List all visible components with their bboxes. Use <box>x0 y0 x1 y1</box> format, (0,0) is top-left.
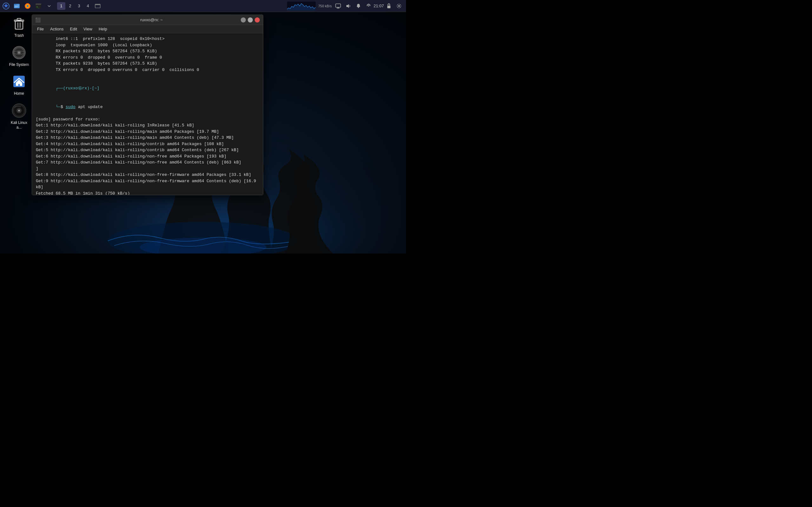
terminal-title-icon: ⬛ <box>35 17 41 22</box>
files-button[interactable] <box>12 1 21 11</box>
prompt-user-host: ┌──(ruxxo㉿rx)-[~] <box>55 86 99 91</box>
workspace-window-icon <box>93 2 102 10</box>
terminal-prompt-line: ┌──(ruxxo㉿rx)-[~] <box>36 79 259 98</box>
taskbar-left: >_ 1 2 3 4 <box>0 1 103 11</box>
taskbar-dropdown-icon[interactable] <box>44 1 54 11</box>
filesystem-icon[interactable]: File System <box>6 45 32 68</box>
svg-point-11 <box>27 5 29 7</box>
svg-rect-8 <box>14 7 18 7</box>
home-icon[interactable]: Home <box>6 74 32 97</box>
lock-icon[interactable] <box>385 2 393 10</box>
svg-point-23 <box>368 5 369 6</box>
svg-rect-21 <box>337 8 340 8</box>
terminal-title: ruxxo@rx: ~ <box>43 17 260 22</box>
terminal-line: TX errors 0 dropped 0 overruns 0 carrier… <box>36 67 259 73</box>
svg-rect-6 <box>14 4 16 5</box>
taskbar-right: 750 kB/s <box>287 2 406 10</box>
terminal-line: Get:4 http://kali.download/kali kali-rol… <box>36 141 259 147</box>
svg-point-35 <box>18 52 20 53</box>
kali-disc-icon[interactable]: Kali Linux a... <box>6 103 32 130</box>
close-button[interactable]: ✕ <box>255 17 260 22</box>
notifications-icon[interactable] <box>355 2 362 10</box>
terminal-line: Fetched 68.5 MB in 1min 31s (750 kB/s) <box>36 190 259 195</box>
svg-rect-16 <box>95 4 100 5</box>
terminal-line: Get:2 http://kali.download/kali kali-rol… <box>36 129 259 135</box>
maximize-button[interactable]: □ <box>248 17 253 22</box>
terminal-line: Get:8 http://kali.download/kali kali-rol… <box>36 172 259 178</box>
terminal-line: Get:6 http://kali.download/kali kali-rol… <box>36 153 259 160</box>
svg-rect-7 <box>14 6 19 6</box>
menu-edit[interactable]: Edit <box>67 26 80 32</box>
display-icon[interactable] <box>334 2 342 10</box>
cmd-sudo: sudo <box>66 105 75 109</box>
svg-rect-13 <box>36 3 41 5</box>
workspace-switcher: 1 2 3 4 <box>57 2 92 10</box>
terminal-line: Get:1 http://kali.download/kali kali-rol… <box>36 122 259 129</box>
svg-rect-28 <box>17 18 21 20</box>
trash-icon-image <box>11 16 27 31</box>
terminal-line: ] <box>36 166 259 172</box>
terminal-line: [sudo] password for ruxxo: <box>36 116 259 123</box>
terminal-line: Get:7 http://kali.download/kali kali-rol… <box>36 159 259 166</box>
filesystem-label: File System <box>8 62 31 68</box>
svg-point-2 <box>108 222 298 253</box>
kali-disc-icon-image <box>11 103 27 118</box>
terminal-cmd-line: └─$ sudo apt update <box>36 98 259 116</box>
workspace-4-button[interactable]: 4 <box>84 2 92 10</box>
svg-point-3 <box>140 238 266 253</box>
workspace-1-button[interactable]: 1 <box>57 2 65 10</box>
minimize-button[interactable]: — <box>241 17 246 22</box>
terminal-taskbar-button[interactable]: >_ <box>34 1 43 11</box>
menu-help[interactable]: Help <box>96 26 110 32</box>
terminal-line: Get:5 http://kali.download/kali kali-rol… <box>36 147 259 153</box>
menu-actions[interactable]: Actions <box>48 26 66 32</box>
terminal-window: ⬛ ruxxo@rx: ~ — □ ✕ File Actions Edit Vi… <box>32 14 263 195</box>
terminal-titlebar: ⬛ ruxxo@rx: ~ — □ ✕ <box>32 15 263 25</box>
window-controls: — □ ✕ <box>241 17 260 22</box>
terminal-menubar: File Actions Edit View Help <box>32 25 263 33</box>
network-icon[interactable] <box>365 2 372 10</box>
terminal-content[interactable]: inet6 ::1 prefixlen 128 scopeid 0x10<hos… <box>32 33 263 195</box>
terminal-line <box>36 73 259 79</box>
home-label: Home <box>13 91 26 97</box>
workspace-2-button[interactable]: 2 <box>66 2 74 10</box>
cmd-update: update <box>85 105 103 109</box>
firefox-button[interactable] <box>23 1 32 11</box>
volume-icon[interactable] <box>345 2 352 10</box>
cmd-apt: apt <box>75 105 85 109</box>
home-icon-image <box>11 74 27 89</box>
network-activity-widget <box>287 2 316 10</box>
svg-text:>_: >_ <box>37 6 39 8</box>
terminal-line: RX errors 0 dropped 0 overruns 0 frame 0 <box>36 55 259 61</box>
svg-point-25 <box>398 5 400 7</box>
settings-icon[interactable] <box>395 2 403 10</box>
terminal-line: TX packets 9238 bytes 587264 (573.5 KiB) <box>36 60 259 67</box>
terminal-line: Get:9 http://kali.download/kali kali-rol… <box>36 178 259 190</box>
terminal-line: RX packets 9238 bytes 587264 (573.5 KiB) <box>36 48 259 55</box>
terminal-line: Get:3 http://kali.download/kali kali-rol… <box>36 135 259 141</box>
prompt-symbol: └─ <box>55 105 61 109</box>
dollar-sign: $ <box>61 105 66 109</box>
kali-menu-button[interactable] <box>1 1 11 11</box>
kali-disc-label: Kali Linux a... <box>6 120 32 130</box>
workspace-3-button[interactable]: 3 <box>75 2 83 10</box>
desktop-icons: Trash File System <box>6 16 32 130</box>
menu-view[interactable]: View <box>81 26 95 32</box>
svg-point-42 <box>19 110 20 111</box>
filesystem-icon-image <box>11 45 27 60</box>
menu-file[interactable]: File <box>35 26 46 32</box>
network-speed-label: 750 kB/s <box>318 4 332 8</box>
terminal-line: loop txqueuelen 1000 (Local Loopback) <box>36 42 259 49</box>
svg-rect-19 <box>336 4 341 7</box>
trash-icon[interactable]: Trash <box>6 16 32 39</box>
terminal-line: inet6 ::1 prefixlen 128 scopeid 0x10<hos… <box>36 36 259 42</box>
svg-rect-22 <box>358 7 359 8</box>
clock: 21:07 <box>375 2 383 10</box>
desktop: >_ 1 2 3 4 <box>0 0 406 253</box>
taskbar: >_ 1 2 3 4 <box>0 0 406 12</box>
svg-rect-24 <box>387 6 391 8</box>
trash-label: Trash <box>13 33 25 39</box>
